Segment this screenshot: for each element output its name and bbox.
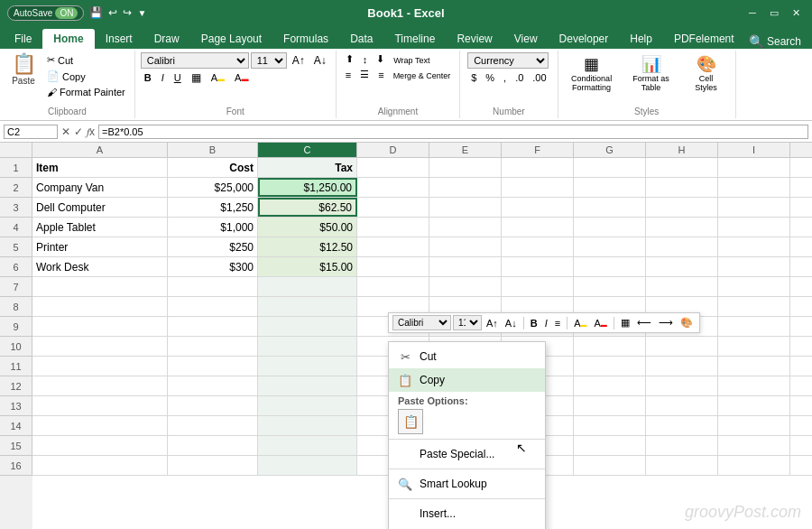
row-header-11[interactable]: 11 <box>0 357 32 376</box>
cell-g5[interactable] <box>574 237 646 256</box>
cell-a10[interactable] <box>32 337 168 356</box>
cell-g4[interactable] <box>574 218 646 237</box>
cell-g2[interactable] <box>574 178 646 197</box>
cell-a4[interactable]: Apple Tablet <box>32 218 168 237</box>
cell-g14[interactable] <box>574 416 646 435</box>
row-header-13[interactable]: 13 <box>0 396 32 416</box>
cell-i16[interactable] <box>718 456 790 475</box>
cell-f6[interactable] <box>502 257 574 276</box>
cell-a1[interactable]: Item <box>32 158 168 177</box>
cell-i15[interactable] <box>718 436 790 455</box>
context-menu-delete[interactable]: Delete... <box>389 525 545 529</box>
cell-g10[interactable] <box>574 337 646 356</box>
cell-h14[interactable] <box>646 416 718 435</box>
row-header-5[interactable]: 5 <box>0 237 32 257</box>
tab-developer[interactable]: Developer <box>549 29 620 49</box>
paste-button[interactable]: 📋 Paste <box>5 52 42 88</box>
row-header-12[interactable]: 12 <box>0 376 32 396</box>
cell-h1[interactable] <box>646 158 718 177</box>
undo-icon[interactable]: ↩ <box>108 6 117 19</box>
cell-i6[interactable] <box>718 257 790 276</box>
cell-i9[interactable] <box>718 317 790 336</box>
mini-decrease-font-button[interactable]: A↓ <box>503 317 520 329</box>
cell-i2[interactable] <box>718 178 790 197</box>
cell-e6[interactable] <box>429 257 502 276</box>
tab-draw[interactable]: Draw <box>143 29 190 49</box>
context-menu-paste-special[interactable]: Paste Special... <box>389 442 545 466</box>
tab-formulas[interactable]: Formulas <box>272 29 339 49</box>
cell-e1[interactable] <box>429 158 502 177</box>
tab-review[interactable]: Review <box>446 29 503 49</box>
cell-c11[interactable] <box>258 357 357 376</box>
context-menu-copy[interactable]: 📋 Copy <box>389 368 545 392</box>
decrease-font-button[interactable]: A↓ <box>310 53 330 68</box>
cell-h5[interactable] <box>646 237 718 256</box>
cell-b15[interactable] <box>168 436 258 455</box>
cancel-formula-icon[interactable]: ✕ <box>61 125 70 138</box>
cell-i12[interactable] <box>718 376 790 395</box>
cell-e7[interactable] <box>429 277 502 296</box>
cell-h13[interactable] <box>646 396 718 415</box>
cell-a3[interactable]: Dell Computer <box>32 198 168 217</box>
cell-b5[interactable]: $250 <box>168 237 258 256</box>
tab-help[interactable]: Help <box>619 29 663 49</box>
cell-g16[interactable] <box>574 456 646 475</box>
align-middle-button[interactable]: ↕ <box>359 52 372 66</box>
cell-d3[interactable] <box>357 198 429 217</box>
col-header-c[interactable]: C <box>258 143 357 157</box>
tab-view[interactable]: View <box>503 29 549 49</box>
cell-g15[interactable] <box>574 436 646 455</box>
cell-c10[interactable] <box>258 337 357 356</box>
align-center-button[interactable]: ☰ <box>356 68 373 81</box>
font-name-select[interactable]: Calibri <box>141 52 249 69</box>
cut-button[interactable]: ✂ Cut <box>43 52 129 68</box>
cell-e2[interactable] <box>429 178 502 197</box>
cell-c14[interactable] <box>258 416 357 435</box>
cell-c1[interactable]: Tax <box>258 158 357 177</box>
cell-g12[interactable] <box>574 376 646 395</box>
cell-a16[interactable] <box>32 456 168 475</box>
cell-b12[interactable] <box>168 376 258 395</box>
cell-b7[interactable] <box>168 277 258 296</box>
tab-file[interactable]: File <box>4 29 42 49</box>
cell-c3[interactable]: $62.50 <box>258 198 357 217</box>
cell-i11[interactable] <box>718 357 790 376</box>
cell-b10[interactable] <box>168 337 258 356</box>
cell-a7[interactable] <box>32 277 168 296</box>
col-header-d[interactable]: D <box>357 143 429 157</box>
decrease-decimal-button[interactable]: .0 <box>512 71 527 84</box>
cell-e4[interactable] <box>429 218 502 237</box>
cell-f7[interactable] <box>502 277 574 296</box>
cell-b8[interactable] <box>168 297 258 316</box>
cell-c5[interactable]: $12.50 <box>258 237 357 256</box>
row-header-1[interactable]: 1 <box>0 158 32 178</box>
col-header-f[interactable]: F <box>502 143 574 157</box>
col-header-b[interactable]: B <box>168 143 258 157</box>
tab-pdfelement[interactable]: PDFelement <box>663 29 745 49</box>
redo-icon[interactable]: ↪ <box>123 6 132 19</box>
number-format-select[interactable]: Currency <box>467 52 549 69</box>
cell-h11[interactable] <box>646 357 718 376</box>
mini-font-select[interactable]: Calibri <box>392 315 451 330</box>
mini-size-select[interactable]: 11 <box>453 315 482 330</box>
cell-a12[interactable] <box>32 376 168 395</box>
row-header-14[interactable]: 14 <box>0 416 32 436</box>
format-painter-button[interactable]: 🖌 Format Painter <box>43 85 129 99</box>
cell-a6[interactable]: Work Desk <box>32 257 168 276</box>
cell-styles-button[interactable]: 🎨 Cell Styles <box>683 52 730 94</box>
merge-center-button[interactable]: Merge & Center <box>390 68 455 81</box>
font-color-button[interactable]: A▬ <box>231 71 252 84</box>
cell-a14[interactable] <box>32 416 168 435</box>
tab-insert[interactable]: Insert <box>95 29 143 49</box>
cell-a5[interactable]: Printer <box>32 237 168 256</box>
mini-fill-color-button[interactable]: A▬ <box>571 317 589 329</box>
cell-h4[interactable] <box>646 218 718 237</box>
comma-button[interactable]: , <box>500 71 510 84</box>
italic-button[interactable]: I <box>158 71 168 84</box>
cell-d7[interactable] <box>357 277 429 296</box>
col-header-a[interactable]: A <box>32 143 168 157</box>
row-header-16[interactable]: 16 <box>0 456 32 476</box>
currency-button[interactable]: $ <box>467 71 480 84</box>
cell-b13[interactable] <box>168 396 258 415</box>
cell-f4[interactable] <box>502 218 574 237</box>
